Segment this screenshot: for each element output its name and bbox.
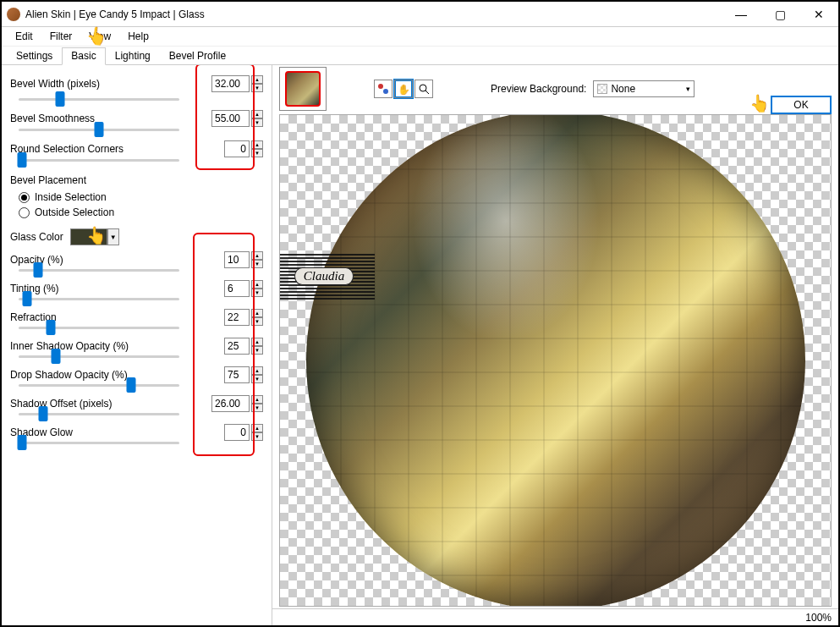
radio-icon	[19, 192, 30, 203]
glass-color-dropdown[interactable]: ▼	[107, 228, 119, 245]
window-title: Alien Skin | Eye Candy 5 Impact | Glass	[25, 8, 205, 20]
tab-settings[interactable]: Settings	[7, 47, 62, 65]
slider-shadow-glow[interactable]	[19, 442, 179, 444]
radio-label: Outside Selection	[35, 206, 114, 218]
slider-refraction[interactable]	[19, 327, 179, 329]
label-bevel-width: Bevel Width (pixels)	[10, 78, 211, 90]
spin-up[interactable]: ▲	[251, 280, 263, 289]
tab-lighting[interactable]: Lighting	[106, 47, 160, 65]
slider-bevel-width[interactable]	[19, 98, 179, 101]
spin-down[interactable]: ▼	[251, 260, 263, 268]
input-opacity[interactable]	[224, 251, 250, 268]
radio-icon	[19, 207, 30, 218]
radio-inside-selection[interactable]: Inside Selection	[10, 190, 263, 205]
menu-edit[interactable]: Edit	[8, 29, 40, 44]
slider-bevel-smoothness[interactable]	[19, 129, 179, 131]
maximize-button[interactable]: ▢	[760, 3, 799, 26]
slider-opacity[interactable]	[19, 269, 179, 272]
svg-point-1	[383, 89, 388, 94]
row-tinting: Tinting (%) ▲▼	[10, 279, 263, 298]
input-bevel-width[interactable]	[211, 75, 250, 92]
app-icon	[7, 8, 20, 21]
spin-down[interactable]: ▼	[251, 375, 263, 383]
input-shadow-glow[interactable]	[224, 424, 250, 441]
label-inner-shadow: Inner Shadow Opacity (%)	[10, 340, 224, 352]
ok-button[interactable]: OK	[771, 96, 832, 114]
input-shadow-offset[interactable]	[211, 395, 250, 412]
svg-point-3	[420, 85, 426, 91]
svg-text:✋: ✋	[398, 83, 409, 95]
spin-up[interactable]: ▲	[251, 338, 263, 346]
spin-up[interactable]: ▲	[251, 309, 263, 317]
statusbar: 100%	[272, 608, 838, 625]
input-round-corners[interactable]	[224, 140, 250, 157]
label-round-corners: Round Selection Corners	[10, 143, 224, 155]
menu-view[interactable]: View	[82, 29, 118, 44]
spin-down[interactable]: ▼	[251, 289, 263, 297]
label-tinting: Tinting (%)	[10, 283, 224, 294]
tool-hand-icon[interactable]: ✋	[394, 80, 413, 98]
preview-toolbar: ✋ Preview Background: None ▾	[272, 65, 838, 113]
spin-down[interactable]: ▼	[251, 84, 263, 92]
spin-up[interactable]: ▲	[251, 251, 263, 260]
spin-up[interactable]: ▲	[251, 110, 263, 118]
transparency-icon	[597, 84, 607, 94]
row-drop-shadow: Drop Shadow Opacity (%) ▲▼	[10, 366, 263, 384]
svg-point-0	[378, 84, 383, 89]
input-drop-shadow[interactable]	[224, 366, 250, 383]
glass-color-swatch[interactable]	[70, 228, 107, 245]
right-panel: OK 👆 Cancel ✋ Preview Background: None ▾	[272, 65, 838, 625]
spin-up[interactable]: ▲	[251, 75, 263, 84]
spin-down[interactable]: ▼	[251, 118, 263, 127]
select-value: None	[611, 83, 635, 95]
spin-up[interactable]: ▲	[251, 395, 263, 404]
spin-down[interactable]: ▼	[251, 149, 263, 157]
select-preview-background[interactable]: None ▾	[593, 80, 695, 97]
close-button[interactable]: ✕	[799, 3, 838, 26]
label-glass-color: Glass Color	[10, 231, 63, 243]
tab-basic[interactable]: Basic	[62, 47, 105, 65]
row-round-corners: Round Selection Corners ▲▼	[10, 139, 263, 159]
left-panel: Bevel Width (pixels) ▲▼ Bevel Smoothness…	[2, 65, 272, 625]
spin-down[interactable]: ▼	[251, 317, 263, 326]
spin-up[interactable]: ▲	[251, 140, 263, 149]
label-bevel-placement: Bevel Placement	[10, 174, 263, 186]
label-refraction: Refraction	[10, 311, 224, 323]
thumbnail[interactable]	[279, 67, 327, 111]
slider-round-corners[interactable]	[19, 159, 179, 162]
spin-down[interactable]: ▼	[251, 404, 263, 412]
spin-down[interactable]: ▼	[251, 432, 263, 441]
label-bevel-smoothness: Bevel Smoothness	[10, 113, 211, 124]
slider-drop-shadow[interactable]	[19, 384, 179, 387]
row-inner-shadow: Inner Shadow Opacity (%) ▲▼	[10, 337, 263, 355]
window: Alien Skin | Eye Candy 5 Impact | Glass …	[0, 0, 840, 627]
menubar: Edit Filter View Help 👆	[2, 27, 838, 47]
tab-bevel-profile[interactable]: Bevel Profile	[160, 47, 235, 65]
menu-help[interactable]: Help	[121, 29, 156, 44]
slider-inner-shadow[interactable]	[19, 355, 179, 358]
content: Bevel Width (pixels) ▲▼ Bevel Smoothness…	[2, 65, 838, 625]
spin-down[interactable]: ▼	[251, 346, 263, 355]
titlebar: Alien Skin | Eye Candy 5 Impact | Glass …	[2, 2, 838, 27]
input-tinting[interactable]	[224, 280, 250, 297]
tool-nav-icon[interactable]	[374, 80, 393, 98]
minimize-button[interactable]: —	[722, 3, 760, 26]
row-bevel-width: Bevel Width (pixels) ▲▼	[10, 69, 263, 98]
spin-up[interactable]: ▲	[251, 366, 263, 375]
svg-line-4	[425, 91, 429, 94]
row-shadow-glow: Shadow Glow ▲▼	[10, 423, 263, 442]
row-glass-color: Glass Color ▼ 👆	[10, 228, 263, 245]
spin-up[interactable]: ▲	[251, 424, 263, 432]
row-bevel-smoothness: Bevel Smoothness ▲▼	[10, 108, 263, 129]
input-inner-shadow[interactable]	[224, 338, 250, 355]
row-opacity: Opacity (%) ▲▼	[10, 250, 263, 269]
input-bevel-smoothness[interactable]	[211, 110, 250, 127]
menu-filter[interactable]: Filter	[43, 29, 80, 44]
preview-canvas[interactable]: Claudia	[279, 114, 832, 607]
label-shadow-glow: Shadow Glow	[10, 426, 224, 438]
radio-outside-selection[interactable]: Outside Selection	[10, 205, 263, 220]
input-refraction[interactable]	[224, 309, 250, 326]
tool-zoom-icon[interactable]	[415, 80, 433, 98]
slider-shadow-offset[interactable]	[19, 413, 179, 415]
slider-tinting[interactable]	[19, 298, 179, 300]
